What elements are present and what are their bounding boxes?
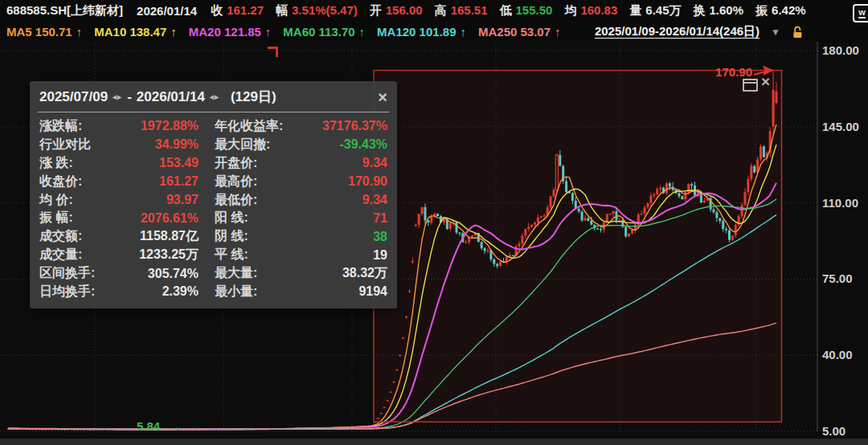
range-day-count: (129日): [231, 88, 276, 106]
price-tick: 75.00: [822, 271, 853, 285]
range-high-marker: 170.90: [690, 65, 752, 79]
range-dash: -: [127, 89, 132, 105]
ma-value-ma250: MA250 53.07↑: [478, 25, 561, 39]
quote-field-volume: 量6.45万: [629, 3, 681, 17]
price-tick: 145.00: [822, 120, 859, 133]
stock-symbol: 688585.SH[上纬新材]: [6, 3, 123, 18]
stats-row: 振 幅:2076.61%阳 线:71: [39, 209, 387, 227]
panel-separator: [38, 112, 389, 112]
range-selector-group: 2025/01/09-2026/01/14(246日) ▼: [595, 24, 804, 39]
quote-field-low: 低155.50: [500, 3, 553, 17]
range-stats-rows: 涨跌幅:1972.88%年化收益率:37176.37%行业对比34.99%最大回…: [30, 116, 397, 308]
ma-values: MA5 150.71↑MA10 138.47↑MA20 121.85↑MA60 …: [6, 25, 573, 39]
stats-row: 行业对比34.99%最大回撤:-39.43%: [39, 136, 387, 154]
stats-row: 日均换手:2.39%最小量:9194: [39, 283, 387, 301]
price-tick: 40.00: [822, 348, 853, 361]
stats-row: 涨跌幅:1972.88%年化收益率:37176.37%: [39, 117, 387, 136]
quote-field-amplitude: 振6.42%: [755, 3, 806, 17]
chevron-down-icon[interactable]: ▼: [771, 27, 780, 38]
quote-fields: 收161.27幅3.51%(5.47)开156.00高165.51低155.50…: [211, 3, 817, 18]
close-icon[interactable]: ×: [378, 92, 387, 103]
wind-watermark-icon: w: [853, 4, 868, 22]
ma-value-ma5: MA5 150.71↑: [6, 25, 82, 39]
quote-field-high: 高165.51: [435, 3, 488, 17]
range-stats-panel: 2025/07/09 ◂▸ - 2026/01/14 ◂▸ (129日) × 涨…: [30, 81, 397, 308]
ma-value-ma120: MA120 101.89↑: [377, 25, 466, 39]
range-stats-header: 2025/07/09 ◂▸ - 2026/01/14 ◂▸ (129日) ×: [30, 81, 397, 109]
selection-window-icon[interactable]: [743, 79, 758, 92]
stats-row: 成交量:1233.25万平 线:19: [39, 246, 387, 264]
price-tick: 180.00: [822, 43, 859, 57]
quote-field-close: 收161.27: [211, 3, 264, 17]
right-arrow-icon: →: [168, 419, 180, 433]
selection-close-icon[interactable]: ×: [761, 75, 770, 89]
quote-date: 2026/01/14: [137, 4, 197, 18]
stats-row: 区间换手:305.74%最大量:38.32万: [39, 264, 387, 283]
quote-bar: 688585.SH[上纬新材] 2026/01/14 收161.27幅3.51%…: [0, 0, 868, 22]
quote-field-change: 幅3.51%(5.47): [276, 3, 358, 17]
quote-field-turnover: 换1.60%: [694, 3, 744, 17]
ma-value-ma10: MA10 138.47↑: [94, 25, 177, 39]
price-tick: 110.00: [822, 196, 858, 210]
quote-field-open: 开156.00: [370, 3, 423, 17]
range-low-marker: 5.84→: [137, 419, 180, 433]
range-end-date: 2026/01/14: [137, 89, 205, 105]
price-tick: 5.00: [822, 424, 845, 438]
start-date-stepper-icons[interactable]: ◂▸: [113, 92, 122, 101]
stats-row: 均 价:93.97最低价:9.34: [39, 191, 387, 210]
ma-indicator-bar: MA5 150.71↑MA10 138.47↑MA20 121.85↑MA60 …: [0, 22, 868, 42]
bottom-strip: [0, 439, 868, 445]
ma-value-ma20: MA20 121.85↑: [189, 25, 272, 39]
end-date-stepper-icons[interactable]: ◂▸: [210, 92, 219, 101]
unlock-icon[interactable]: [792, 26, 804, 39]
stats-row: 成交额:1158.87亿阴 线:38: [39, 227, 387, 246]
ma-value-ma60: MA60 113.70↑: [283, 25, 365, 39]
stats-row: 涨 跌:153.49开盘价:9.34: [39, 154, 387, 173]
date-range-label[interactable]: 2025/01/09-2026/01/14(246日): [595, 24, 760, 39]
range-start-date: 2025/07/09: [39, 89, 108, 105]
quote-field-avg: 均160.83: [564, 3, 617, 17]
stats-row: 收盘价:161.27最高价:170.90: [39, 173, 387, 191]
